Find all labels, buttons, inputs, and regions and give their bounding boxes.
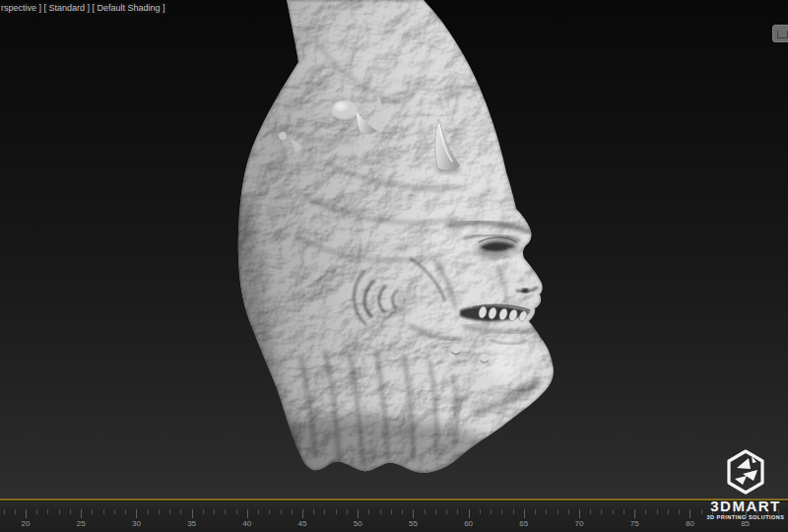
timeline-tick [36, 509, 37, 514]
timeline-tick [524, 509, 525, 518]
timeline-tick [391, 509, 392, 514]
timeline-tick [469, 509, 470, 518]
timeline-frame-label: 75 [630, 519, 639, 528]
timeline-frame-label: 60 [464, 519, 473, 528]
timeline-tick [192, 509, 193, 518]
timeline-tick [546, 509, 547, 514]
timeline-tick [767, 509, 768, 514]
timeline-tick [568, 509, 569, 514]
timeline-tick [380, 509, 381, 514]
timeline-tick [756, 509, 757, 514]
timeline-tick [657, 509, 658, 514]
timeline-frame-label: 85 [741, 519, 750, 528]
timeline-tick [4, 509, 5, 514]
timeline-tick [579, 509, 580, 518]
timeline-tick [180, 509, 181, 514]
timeline-tick [446, 509, 447, 514]
timeline-frame-label: 65 [519, 519, 528, 528]
timeline-tick [513, 509, 514, 514]
viewport-3d[interactable]: rspective ] [ Standard ] [ Default Shadi… [0, 0, 788, 499]
timeline-tick [347, 509, 348, 514]
timeline-ruler[interactable]: 2025303540455055606570758085 [0, 500, 788, 532]
timeline-tick [712, 509, 713, 514]
timeline-tick [125, 509, 126, 514]
timeline-tick [613, 509, 614, 514]
panel-glyph-icon [777, 31, 788, 38]
timeline-tick [457, 509, 458, 514]
timeline-frame-label: 45 [298, 519, 307, 528]
timeline-tick [690, 509, 690, 518]
timeline-tick [624, 509, 624, 514]
timeline-tick [136, 509, 137, 518]
timeline-tick [425, 509, 426, 514]
timeline-tick [214, 509, 215, 514]
timeline-tick [114, 509, 115, 514]
timeline-tick [634, 509, 635, 518]
viewport-shading-label[interactable]: rspective ] [ Standard ] [ Default Shadi… [0, 3, 168, 15]
timeline-tick [70, 509, 71, 514]
timeline-tick [723, 509, 724, 514]
timeline-tick [103, 509, 104, 514]
timeline-tick [247, 509, 248, 518]
timeline-tick [313, 509, 314, 514]
timeline-tick [302, 509, 303, 518]
timeline-tick [169, 509, 170, 514]
timeline-tick [480, 509, 481, 514]
timeline-tick [734, 509, 735, 514]
timeline-tick [491, 509, 492, 514]
timeline-tick [159, 509, 160, 514]
timeline-frame-label: 35 [187, 519, 196, 528]
timeline-tick [281, 509, 282, 514]
timeline-tick [92, 509, 93, 514]
timeline-frame-label: 40 [242, 519, 251, 528]
timeline-tick [26, 509, 27, 518]
timeline-tick [225, 509, 226, 514]
timeline-tick [292, 509, 293, 514]
timeline-tick [269, 509, 270, 514]
timeline-tick [336, 509, 337, 514]
timeline-frame-label: 20 [22, 519, 31, 528]
timeline-frame-label: 30 [132, 519, 141, 528]
timeline-frame-label: 80 [686, 519, 694, 528]
timeline-tick [59, 509, 60, 514]
timeline-tick [324, 509, 325, 514]
timeline-tick [413, 509, 414, 518]
timeline-tick [203, 509, 204, 514]
timeline-tick [236, 509, 237, 514]
timeline-frame-label: 55 [409, 519, 418, 528]
timeline-tick [402, 509, 403, 514]
timeline-frame-label: 70 [575, 519, 584, 528]
timeline-tick [601, 509, 602, 514]
application-window: rspective ] [ Standard ] [ Default Shadi… [0, 0, 788, 532]
timeline-frame-label: 50 [354, 519, 362, 528]
timeline-tick [558, 509, 558, 514]
timeline-tick [645, 509, 646, 514]
timeline-tick [668, 509, 669, 514]
model-geometry [187, 0, 586, 525]
timeline-tick [501, 509, 502, 514]
corner-widget-icon[interactable] [772, 25, 788, 42]
timeline-tick [258, 509, 259, 514]
timeline-tick [435, 509, 436, 514]
timeline-tick [590, 509, 591, 514]
3d-model-demon-head[interactable] [0, 0, 788, 532]
timeline-tick [148, 509, 149, 514]
timeline-frame-label: 25 [77, 519, 86, 528]
timeline-tick [47, 509, 48, 514]
timeline-tick [778, 509, 779, 514]
timeline-tick [358, 509, 359, 518]
timeline-tick [15, 509, 16, 514]
timeline-tick [679, 509, 680, 514]
timeline-tick [81, 509, 82, 518]
timeline-tick [701, 509, 702, 514]
timeline-tick [535, 509, 536, 514]
timeline-tick [368, 509, 369, 514]
timeline-tick [746, 509, 747, 518]
